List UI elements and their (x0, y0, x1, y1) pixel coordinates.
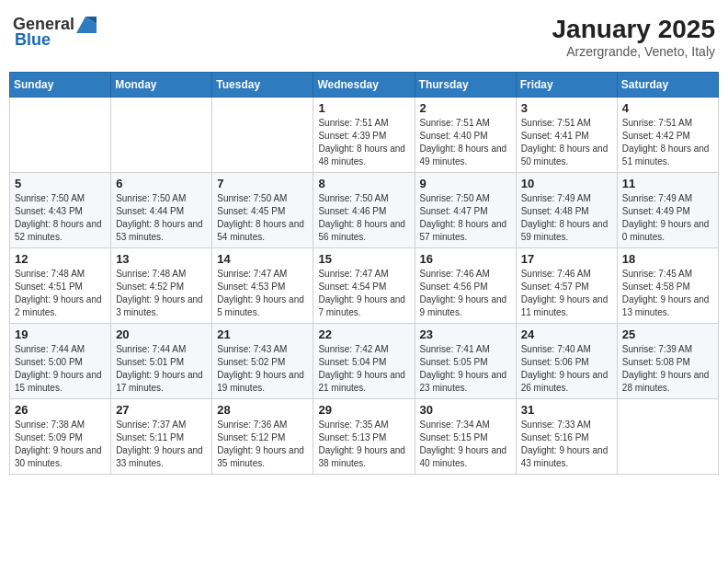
day-number: 3 (521, 101, 612, 115)
day-number: 29 (318, 403, 409, 417)
day-number: 5 (15, 177, 106, 190)
day-number: 13 (116, 252, 207, 266)
day-info: Sunrise: 7:39 AM Sunset: 5:08 PM Dayligh… (622, 343, 713, 395)
calendar-week-2: 5Sunrise: 7:50 AM Sunset: 4:43 PM Daylig… (10, 173, 719, 248)
day-number: 31 (521, 403, 612, 417)
day-number: 16 (420, 252, 511, 266)
day-info: Sunrise: 7:51 AM Sunset: 4:39 PM Dayligh… (318, 117, 409, 168)
calendar-cell: 21Sunrise: 7:43 AM Sunset: 5:02 PM Dayli… (212, 324, 313, 399)
calendar-cell: 10Sunrise: 7:49 AM Sunset: 4:48 PM Dayli… (516, 173, 617, 248)
calendar-cell: 17Sunrise: 7:46 AM Sunset: 4:57 PM Dayli… (516, 248, 617, 324)
logo: General Blue (13, 15, 97, 50)
day-info: Sunrise: 7:46 AM Sunset: 4:56 PM Dayligh… (420, 268, 511, 319)
calendar-cell: 29Sunrise: 7:35 AM Sunset: 5:13 PM Dayli… (313, 399, 415, 475)
calendar-cell (617, 399, 718, 475)
day-number: 21 (217, 327, 308, 341)
calendar-cell: 2Sunrise: 7:51 AM Sunset: 4:40 PM Daylig… (415, 98, 516, 173)
weekday-header-monday: Monday (111, 73, 212, 98)
day-number: 4 (622, 101, 713, 115)
weekday-header-row: SundayMondayTuesdayWednesdayThursdayFrid… (10, 73, 719, 98)
calendar-cell: 26Sunrise: 7:38 AM Sunset: 5:09 PM Dayli… (10, 399, 111, 475)
calendar-cell: 13Sunrise: 7:48 AM Sunset: 4:52 PM Dayli… (111, 248, 212, 324)
day-info: Sunrise: 7:44 AM Sunset: 5:00 PM Dayligh… (15, 343, 106, 395)
day-number: 30 (420, 403, 511, 417)
day-number: 6 (116, 177, 207, 190)
calendar-week-4: 19Sunrise: 7:44 AM Sunset: 5:00 PM Dayli… (10, 324, 719, 399)
day-info: Sunrise: 7:45 AM Sunset: 4:58 PM Dayligh… (622, 268, 713, 319)
calendar-cell: 22Sunrise: 7:42 AM Sunset: 5:04 PM Dayli… (313, 324, 415, 399)
logo-blue-text: Blue (15, 30, 51, 50)
calendar-cell: 6Sunrise: 7:50 AM Sunset: 4:44 PM Daylig… (111, 173, 212, 248)
day-number: 26 (15, 403, 106, 417)
calendar-cell: 25Sunrise: 7:39 AM Sunset: 5:08 PM Dayli… (617, 324, 718, 399)
day-info: Sunrise: 7:44 AM Sunset: 5:01 PM Dayligh… (116, 343, 207, 395)
calendar-cell (10, 98, 111, 173)
calendar-cell (212, 98, 313, 173)
calendar-cell: 20Sunrise: 7:44 AM Sunset: 5:01 PM Dayli… (111, 324, 212, 399)
weekday-header-thursday: Thursday (415, 73, 516, 98)
day-info: Sunrise: 7:37 AM Sunset: 5:11 PM Dayligh… (116, 419, 207, 470)
calendar-week-3: 12Sunrise: 7:48 AM Sunset: 4:51 PM Dayli… (10, 248, 719, 324)
day-info: Sunrise: 7:35 AM Sunset: 5:13 PM Dayligh… (318, 419, 409, 470)
day-number: 18 (622, 252, 713, 266)
calendar-cell: 4Sunrise: 7:51 AM Sunset: 4:42 PM Daylig… (617, 98, 718, 173)
day-info: Sunrise: 7:50 AM Sunset: 4:47 PM Dayligh… (420, 192, 511, 244)
day-number: 23 (420, 327, 511, 341)
calendar-cell: 19Sunrise: 7:44 AM Sunset: 5:00 PM Dayli… (10, 324, 111, 399)
day-info: Sunrise: 7:47 AM Sunset: 4:54 PM Dayligh… (318, 268, 409, 319)
day-number: 15 (318, 252, 409, 266)
calendar-table: SundayMondayTuesdayWednesdayThursdayFrid… (9, 72, 719, 475)
calendar-cell: 30Sunrise: 7:34 AM Sunset: 5:15 PM Dayli… (415, 399, 516, 475)
day-info: Sunrise: 7:48 AM Sunset: 4:51 PM Dayligh… (15, 268, 106, 319)
calendar-cell: 8Sunrise: 7:50 AM Sunset: 4:46 PM Daylig… (313, 173, 415, 248)
day-info: Sunrise: 7:34 AM Sunset: 5:15 PM Dayligh… (420, 419, 511, 470)
day-info: Sunrise: 7:49 AM Sunset: 4:48 PM Dayligh… (521, 192, 612, 244)
day-info: Sunrise: 7:50 AM Sunset: 4:43 PM Dayligh… (15, 192, 106, 244)
day-info: Sunrise: 7:50 AM Sunset: 4:45 PM Dayligh… (217, 192, 308, 244)
calendar-cell: 23Sunrise: 7:41 AM Sunset: 5:05 PM Dayli… (415, 324, 516, 399)
day-info: Sunrise: 7:48 AM Sunset: 4:52 PM Dayligh… (116, 268, 207, 319)
day-info: Sunrise: 7:50 AM Sunset: 4:46 PM Dayligh… (318, 192, 409, 244)
day-number: 17 (521, 252, 612, 266)
day-info: Sunrise: 7:43 AM Sunset: 5:02 PM Dayligh… (217, 343, 308, 395)
day-number: 20 (116, 327, 207, 341)
weekday-header-saturday: Saturday (617, 73, 718, 98)
weekday-header-tuesday: Tuesday (212, 73, 313, 98)
header: General Blue January 2025 Arzergrande, V… (9, 9, 719, 64)
day-number: 8 (318, 177, 409, 190)
day-info: Sunrise: 7:49 AM Sunset: 4:49 PM Dayligh… (622, 192, 713, 244)
day-number: 28 (217, 403, 308, 417)
day-number: 22 (318, 327, 409, 341)
calendar-week-1: 1Sunrise: 7:51 AM Sunset: 4:39 PM Daylig… (10, 98, 719, 173)
calendar-cell: 5Sunrise: 7:50 AM Sunset: 4:43 PM Daylig… (10, 173, 111, 248)
day-info: Sunrise: 7:33 AM Sunset: 5:16 PM Dayligh… (521, 419, 612, 470)
weekday-header-friday: Friday (516, 73, 617, 98)
calendar-cell: 31Sunrise: 7:33 AM Sunset: 5:16 PM Dayli… (516, 399, 617, 475)
day-number: 9 (420, 177, 511, 190)
calendar-cell: 15Sunrise: 7:47 AM Sunset: 4:54 PM Dayli… (313, 248, 415, 324)
calendar-cell: 12Sunrise: 7:48 AM Sunset: 4:51 PM Dayli… (10, 248, 111, 324)
calendar-cell: 24Sunrise: 7:40 AM Sunset: 5:06 PM Dayli… (516, 324, 617, 399)
day-info: Sunrise: 7:42 AM Sunset: 5:04 PM Dayligh… (318, 343, 409, 395)
calendar-cell: 16Sunrise: 7:46 AM Sunset: 4:56 PM Dayli… (415, 248, 516, 324)
calendar-cell: 18Sunrise: 7:45 AM Sunset: 4:58 PM Dayli… (617, 248, 718, 324)
location-title: Arzergrande, Veneto, Italy (552, 44, 715, 59)
day-info: Sunrise: 7:51 AM Sunset: 4:40 PM Dayligh… (420, 117, 511, 168)
day-number: 27 (116, 403, 207, 417)
day-info: Sunrise: 7:51 AM Sunset: 4:41 PM Dayligh… (521, 117, 612, 168)
calendar-cell: 27Sunrise: 7:37 AM Sunset: 5:11 PM Dayli… (111, 399, 212, 475)
day-info: Sunrise: 7:38 AM Sunset: 5:09 PM Dayligh… (15, 419, 106, 470)
day-info: Sunrise: 7:36 AM Sunset: 5:12 PM Dayligh… (217, 419, 308, 470)
day-number: 24 (521, 327, 612, 341)
day-number: 1 (318, 101, 409, 115)
day-number: 14 (217, 252, 308, 266)
day-number: 2 (420, 101, 511, 115)
day-number: 11 (622, 177, 713, 190)
calendar-cell: 1Sunrise: 7:51 AM Sunset: 4:39 PM Daylig… (313, 98, 415, 173)
title-area: January 2025 Arzergrande, Veneto, Italy (552, 15, 715, 59)
month-title: January 2025 (552, 15, 715, 44)
day-info: Sunrise: 7:47 AM Sunset: 4:53 PM Dayligh… (217, 268, 308, 319)
day-info: Sunrise: 7:41 AM Sunset: 5:05 PM Dayligh… (420, 343, 511, 395)
day-number: 25 (622, 327, 713, 341)
calendar-cell: 28Sunrise: 7:36 AM Sunset: 5:12 PM Dayli… (212, 399, 313, 475)
